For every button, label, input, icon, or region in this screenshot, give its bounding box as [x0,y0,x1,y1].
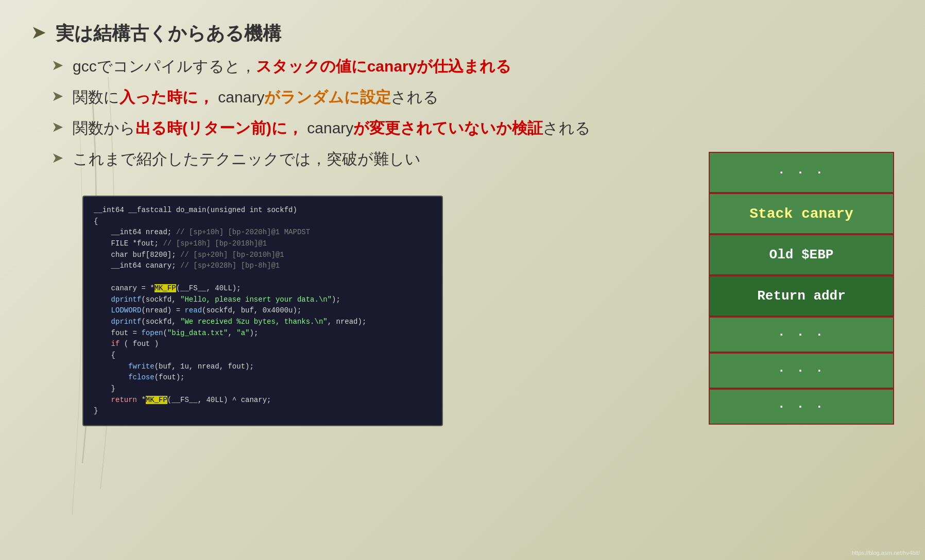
code-line-canary-decl: __int64 canary; // [sp+2028h] [bp-8h]@1 [94,260,432,272]
bullet-arrow-3: ➤ [52,118,63,135]
stack-ebp-label: Old $EBP [769,247,834,262]
code-block: __int64 __fastcall do_main(unsigned int … [82,196,443,426]
stack-cell-dots-4: · · · [709,389,894,425]
code-line-brace3: } [94,383,432,395]
bullet-arrow-2: ➤ [52,87,63,104]
highlight-3b: が変更されていないか検証 [353,119,543,136]
bullet-text-2: 関数に入った時に， canaryがランダムに設定される [73,86,439,108]
highlight-3a: 出る時(リターン前)に， [135,119,303,136]
main-title-bullet: ➤ 実は結構古くからある機構 [31,21,894,46]
bullet-item-4: ➤ これまで紹介したテクニックでは，突破が難しい [52,148,894,170]
code-line-dprintf1: dprintf(sockfd, "Hello, please insert yo… [94,294,432,306]
highlight-2b: がランダムに設定 [264,89,391,106]
code-line-canary-assign: canary = *MK_FP(__FS__, 40LL); [94,283,432,294]
stack-dots-3: · · · [778,364,825,378]
bullet-arrow-1: ➤ [52,57,63,74]
watermark: https://blog.asrn.net/hv4bit/ [852,550,920,556]
code-line-fclose: fclose(fout); [94,372,432,383]
code-line-fout: FILE *fout; // [sp+18h] [bp-2018h]@1 [94,238,432,250]
sub-bullets: ➤ gccでコンパイルすると，スタックの値にcanaryが仕込まれる ➤ 関数に… [52,56,894,170]
code-line-lodword: LODWORD(nread) = read(sockfd, buf, 0x400… [94,305,432,317]
main-title-text: 実は結構古くからある機構 [56,21,281,46]
main-bullet-arrow: ➤ [31,22,46,43]
stack-cell-dots-3: · · · [709,353,894,389]
stack-dots-2: · · · [778,328,825,342]
code-line-buf: char buf[8200]; // [sp+20h] [bp-2010h]@1 [94,250,432,261]
highlight-1: スタックの値にcanaryが仕込まれる [256,58,512,75]
bullet-text-4: これまで紹介したテクニックでは，突破が難しい [73,148,421,170]
stack-dots-4: · · · [778,400,825,414]
code-line-blank1 [94,272,432,283]
code-line-brace-open: { [94,216,432,227]
bullet-text-1: gccでコンパイルすると，スタックの値にcanaryが仕込まれる [73,56,511,77]
bullet-item-3: ➤ 関数から出る時(リターン前)に， canaryが変更されていないか検証される [52,117,894,139]
bullet-text-3: 関数から出る時(リターン前)に， canaryが変更されていないか検証される [73,117,591,139]
stack-canary-label: Stack canary [749,206,853,222]
stack-retaddr-label: Return addr [757,288,846,304]
stack-cell-retaddr: Return addr [709,275,894,317]
code-line-brace2: { [94,350,432,361]
bullet-arrow-4: ➤ [52,149,63,166]
code-line-fopen: fout = fopen("big_data.txt", "a"); [94,328,432,339]
code-line-brace-close: } [94,406,432,417]
code-title-line: __int64 __fastcall do_main(unsigned int … [94,205,432,216]
highlight-2a: 入った時に， [119,89,214,106]
stack-cell-ebp: Old $EBP [709,234,894,275]
stack-cell-dots-2: · · · [709,317,894,353]
bullet-item-1: ➤ gccでコンパイルすると，スタックの値にcanaryが仕込まれる [52,56,894,77]
code-line-return: return *MK_FP(__FS__, 40LL) ^ canary; [94,395,432,406]
code-line-dprintf2: dprintf(sockfd, "We received %zu bytes, … [94,317,432,328]
slide-content: ➤ 実は結構古くからある機構 ➤ gccでコンパイルすると，スタックの値にcan… [0,0,925,200]
code-line-if: if ( fout ) [94,339,432,350]
bullet-item-2: ➤ 関数に入った時に， canaryがランダムに設定される [52,86,894,108]
code-line-fwrite: fwrite(buf, 1u, nread, fout); [94,361,432,373]
code-line-nread: __int64 nread; // [sp+10h] [bp-2020h]@1 … [94,227,432,238]
